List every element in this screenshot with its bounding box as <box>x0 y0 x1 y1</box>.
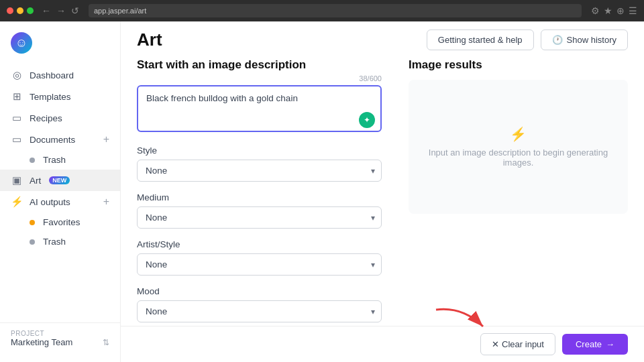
project-name-row[interactable]: Marketing Team ⇅ <box>11 337 109 347</box>
sidebar-item-recipes[interactable]: ▭ Recipes <box>0 107 120 129</box>
create-arrow-icon: → <box>606 339 614 349</box>
results-panel: Image results ⚡ Input an image descripti… <box>395 58 628 362</box>
form-panel: Start with an image description 38/600 ✦… <box>137 58 395 362</box>
mood-label: Mood <box>137 286 382 296</box>
address-bar[interactable]: app.jasper.ai/art <box>89 4 582 17</box>
main-content: Art Getting started & help 🕐 Show histor… <box>121 21 644 362</box>
templates-icon: ⊞ <box>11 90 23 103</box>
artist-style-label: Artist/Style <box>137 239 382 249</box>
recipes-icon: ▭ <box>11 112 23 124</box>
char-count: 38/600 <box>137 74 382 82</box>
header-buttons: Getting started & help 🕐 Show history <box>427 29 628 50</box>
project-section-label: PROJECT <box>11 330 109 337</box>
image-description-input[interactable] <box>137 85 382 132</box>
medium-label: Medium <box>137 192 382 202</box>
main-header: Art Getting started & help 🕐 Show histor… <box>121 21 644 58</box>
sidebar-item-documents-trash[interactable]: Trash <box>0 150 120 170</box>
history-icon: 🕐 <box>552 35 563 45</box>
app-logo: ☺ <box>0 29 120 64</box>
art-new-badge: NEW <box>49 176 70 184</box>
close-window-dot[interactable] <box>7 7 13 14</box>
documents-section[interactable]: ▭ Documents + <box>0 129 120 150</box>
sidebar-label-ai-outputs: AI outputs <box>30 197 70 207</box>
sidebar-label-trash: Trash <box>43 237 66 247</box>
image-description-wrapper: ✦ <box>137 85 382 135</box>
browser-chrome: ← → ↺ app.jasper.ai/art ⚙★⊕☰ <box>0 0 644 21</box>
placeholder-icon: ⚡ <box>510 126 527 142</box>
artist-style-select-wrapper: None Picasso Monet ▾ <box>137 253 382 276</box>
style-label: Style <box>137 145 382 156</box>
page-title: Art <box>137 29 162 50</box>
sidebar-label-documents-trash: Trash <box>43 155 66 165</box>
dashboard-icon: ◎ <box>11 69 23 81</box>
mood-select-wrapper: None Happy Dark ▾ <box>137 300 382 322</box>
style-select[interactable]: None Abstract Realistic <box>137 160 382 182</box>
browser-navigation: ← → ↺ <box>42 5 79 16</box>
getting-started-button[interactable]: Getting started & help <box>427 29 534 50</box>
medium-select[interactable]: None Digital Oil Paint <box>137 206 382 229</box>
history-label: Show history <box>567 35 616 45</box>
sidebar-item-trash[interactable]: Trash <box>0 232 120 251</box>
refresh-button[interactable]: ↺ <box>71 5 79 16</box>
sidebar-item-favorites[interactable]: Favorites <box>0 213 120 232</box>
medium-select-wrapper: None Digital Oil Paint ▾ <box>137 206 382 229</box>
sidebar: ☺ ◎ Dashboard ⊞ Templates ▭ Recipes ▭ Do… <box>0 21 121 362</box>
bottom-bar: ✕ Clear input Create → <box>121 326 644 362</box>
sidebar-label-favorites: Favorites <box>43 217 80 227</box>
ai-outputs-section[interactable]: ⚡ AI outputs + <box>0 191 120 213</box>
sidebar-label-art: Art <box>30 176 41 186</box>
results-placeholder: ⚡ Input an image description to begin ge… <box>409 80 628 214</box>
getting-started-label: Getting started & help <box>438 35 523 45</box>
clear-x-icon: ✕ <box>492 339 499 349</box>
show-history-button[interactable]: 🕐 Show history <box>541 29 628 50</box>
forward-button[interactable]: → <box>56 5 66 16</box>
favorites-dot <box>30 220 35 225</box>
add-document-button[interactable]: + <box>103 133 109 145</box>
project-footer: PROJECT Marketing Team ⇅ <box>0 322 120 354</box>
sidebar-item-templates[interactable]: ⊞ Templates <box>0 86 120 107</box>
add-ai-output-button[interactable]: + <box>103 196 109 208</box>
mood-select[interactable]: None Happy Dark <box>137 300 382 322</box>
art-icon: ▣ <box>11 174 23 186</box>
ai-outputs-icon: ⚡ <box>11 196 23 208</box>
create-label: Create <box>576 339 602 349</box>
logo-icon: ☺ <box>11 32 32 54</box>
style-select-wrapper: None Abstract Realistic ▾ <box>137 160 382 182</box>
window-controls <box>7 7 34 14</box>
app-body: ☺ ◎ Dashboard ⊞ Templates ▭ Recipes ▭ Do… <box>0 21 644 362</box>
create-button[interactable]: Create → <box>562 334 628 355</box>
project-name-text: Marketing Team <box>11 337 72 347</box>
clear-input-button[interactable]: ✕ Clear input <box>480 333 555 355</box>
sidebar-item-art[interactable]: ▣ Art NEW <box>0 170 120 191</box>
sidebar-label-dashboard: Dashboard <box>30 70 74 80</box>
trash2-dot <box>30 239 35 245</box>
generate-icon: ✦ <box>359 112 375 128</box>
sidebar-label-documents: Documents <box>30 135 75 145</box>
documents-icon: ▭ <box>11 133 23 145</box>
maximize-window-dot[interactable] <box>27 7 34 14</box>
artist-style-select[interactable]: None Picasso Monet <box>137 253 382 276</box>
form-section-title: Start with an image description <box>137 58 382 72</box>
browser-toolbar-icons: ⚙★⊕☰ <box>591 5 637 16</box>
project-chevron-icon: ⇅ <box>103 338 109 347</box>
minimize-window-dot[interactable] <box>17 7 23 14</box>
sidebar-item-dashboard[interactable]: ◎ Dashboard <box>0 64 120 86</box>
trash-dot <box>30 158 35 163</box>
sidebar-label-templates: Templates <box>30 92 71 102</box>
results-title: Image results <box>409 58 628 72</box>
back-button[interactable]: ← <box>42 5 51 16</box>
placeholder-text: Input an image description to begin gene… <box>422 147 614 168</box>
content-area: Start with an image description 38/600 ✦… <box>121 58 644 362</box>
sidebar-label-recipes: Recipes <box>30 113 62 123</box>
clear-input-label: Clear input <box>502 339 544 349</box>
